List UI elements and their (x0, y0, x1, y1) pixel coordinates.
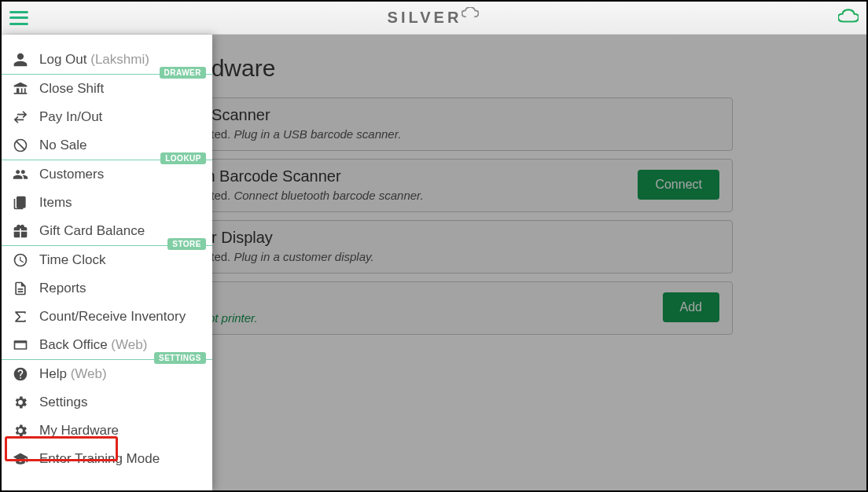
sidebar-drawer: Log Out (Lakshmi) DRAWER Close Shift Pay… (2, 35, 212, 490)
menu-help[interactable]: Help (Web) (2, 360, 212, 388)
menu-item-label: Count/Receive Inventory (39, 309, 186, 325)
web-icon (13, 337, 28, 353)
menu-time-clock[interactable]: Time Clock (2, 246, 212, 274)
menu-close-shift[interactable]: Close Shift (2, 75, 212, 103)
menu-pay-in-out[interactable]: Pay In/Out (2, 103, 212, 131)
menu-item-label: Pay In/Out (39, 109, 102, 125)
menu-item-label: Customers (39, 167, 104, 182)
help-icon (13, 366, 28, 382)
swap-icon (13, 109, 28, 125)
hardware-icon (13, 423, 28, 439)
sigma-icon (13, 309, 28, 325)
menu-item-label: Settings (39, 395, 87, 410)
book-icon (13, 195, 28, 211)
brand-cloud-icon (462, 7, 479, 18)
menu-reports[interactable]: Reports (2, 274, 212, 303)
menu-item-label: Close Shift (39, 81, 104, 97)
people-icon (13, 167, 28, 182)
clock-icon (13, 252, 28, 268)
menu-inventory[interactable]: Count/Receive Inventory (2, 303, 212, 331)
menu-customers[interactable]: Customers (2, 160, 212, 189)
cloud-status-icon[interactable] (838, 9, 859, 28)
menu-item-sublabel: (Lakshmi) (90, 52, 149, 67)
menu-item-label: Gift Card Balance (39, 223, 145, 239)
menu-item-label: My Hardware (39, 423, 119, 439)
gear-icon (13, 395, 28, 410)
brand-logo: SILVER (388, 9, 480, 27)
menu-item-label: Log Out (39, 52, 87, 67)
school-icon (13, 451, 28, 467)
document-icon (13, 281, 28, 296)
gift-icon (13, 223, 28, 239)
menu-item-label: Reports (39, 281, 86, 296)
menu-toggle[interactable] (9, 11, 28, 25)
menu-item-label: No Sale (39, 138, 86, 153)
bank-icon (13, 81, 28, 97)
menu-item-label: Help (39, 366, 67, 381)
menu-item-label: Back Office (39, 337, 108, 352)
menu-settings[interactable]: Settings (2, 388, 212, 417)
menu-my-hardware[interactable]: My Hardware (2, 417, 212, 445)
menu-training-mode[interactable]: Enter Training Mode (2, 445, 212, 473)
person-icon (13, 52, 28, 68)
block-icon (13, 138, 28, 153)
menu-item-label: Enter Training Mode (39, 451, 160, 467)
menu-items[interactable]: Items (2, 189, 212, 217)
menu-item-label: Items (39, 195, 72, 211)
menu-item-label: Time Clock (39, 252, 105, 268)
menu-item-sublabel: (Web) (111, 337, 147, 352)
menu-item-sublabel: (Web) (71, 366, 107, 381)
